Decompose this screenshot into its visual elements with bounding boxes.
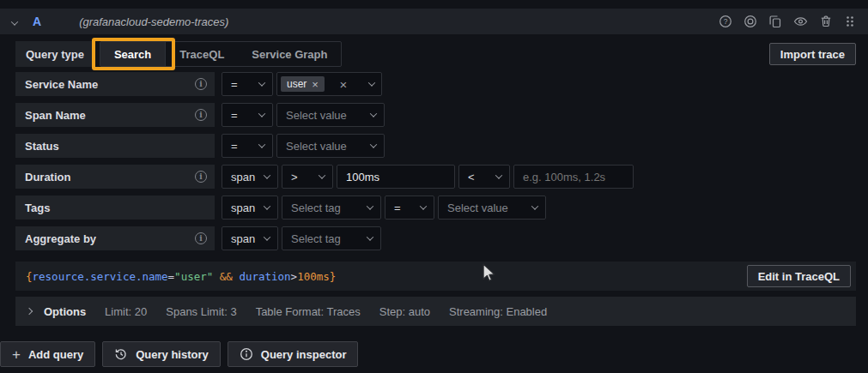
duration-lt-operator-select[interactable]: <: [458, 165, 510, 189]
duration-scope-select[interactable]: span: [222, 165, 278, 189]
status-operator-select[interactable]: =: [222, 134, 273, 158]
span-name-info-icon[interactable]: [195, 109, 207, 121]
tags-label: Tags: [25, 202, 50, 214]
option-streaming: Streaming: Enabled: [449, 305, 547, 318]
duration-max-input[interactable]: [513, 165, 634, 189]
search-filters: Service Name = user Span Name: [15, 72, 856, 257]
clear-all-icon[interactable]: [340, 78, 348, 91]
status-label: Status: [25, 140, 59, 153]
chevron-down-icon: [258, 79, 265, 86]
chevron-down-icon: [367, 202, 373, 209]
filter-row-span-name: Span Name = Select value: [15, 103, 856, 127]
query-footer-actions: Add query Query history Query inspecto: [0, 341, 358, 367]
option-spans-limit: Spans Limit: 3: [166, 305, 236, 318]
options-toggle[interactable]: Options: [27, 305, 86, 318]
remove-query-trash-icon[interactable]: [819, 15, 833, 28]
traceql-preview-bar: {resource.service.name="user" && duratio…: [15, 262, 856, 291]
service-name-label: Service Name: [25, 78, 98, 91]
filter-row-service-name: Service Name = user: [15, 72, 856, 96]
chevron-down-icon: [258, 110, 265, 117]
help-icon[interactable]: ?: [719, 15, 732, 28]
service-name-operator-select[interactable]: =: [222, 72, 273, 96]
info-circle-icon: [240, 347, 253, 361]
aggregate-by-label: Aggregate by: [25, 232, 96, 245]
tags-value-select[interactable]: Select value: [438, 196, 546, 220]
filter-row-aggregate-by: Aggregate by span Select tag: [15, 226, 856, 250]
query-ref-id: A: [33, 15, 41, 28]
aggregate-by-tag-select[interactable]: Select tag: [282, 226, 381, 250]
aggregate-by-scope-select[interactable]: span: [222, 226, 278, 250]
duration-min-input[interactable]: [337, 165, 455, 189]
chevron-down-icon: [264, 233, 270, 240]
option-step: Step: auto: [379, 305, 430, 318]
tab-traceql[interactable]: TraceQL: [166, 42, 238, 66]
chevron-down-icon: [368, 79, 375, 86]
chevron-down-icon: [258, 141, 265, 147]
disable-query-icon[interactable]: [744, 15, 757, 28]
span-name-label: Span Name: [25, 109, 86, 122]
chevron-down-icon: [367, 233, 373, 240]
history-icon: [114, 347, 128, 361]
tab-search[interactable]: Search: [100, 42, 166, 66]
service-name-info-icon[interactable]: [195, 78, 207, 90]
filter-row-duration: Duration span > <: [15, 165, 856, 189]
option-limit: Limit: 20: [105, 305, 147, 318]
chevron-down-icon: [495, 171, 502, 178]
duplicate-query-icon[interactable]: [768, 15, 782, 28]
filter-row-tags: Tags span Select tag = Select value: [15, 196, 856, 220]
trace-query-editor: A (grafanacloud-sedemo-traces) ?: [0, 0, 868, 373]
chevron-down-icon: [370, 110, 377, 117]
option-table-format: Table Format: Traces: [256, 305, 361, 318]
span-name-value-select[interactable]: Select value: [276, 103, 385, 127]
query-inspector-button[interactable]: Query inspector: [228, 341, 359, 367]
query-row-header[interactable]: A (grafanacloud-sedemo-traces) ?: [0, 9, 868, 34]
drag-handle-icon[interactable]: [844, 15, 856, 28]
chevron-down-icon: [370, 141, 377, 147]
filter-row-status: Status = Select value: [15, 134, 856, 158]
span-name-operator-select[interactable]: =: [222, 103, 273, 127]
query-header-actions: ?: [719, 15, 856, 28]
duration-label: Duration: [25, 171, 70, 183]
chevron-down-icon: [531, 202, 538, 209]
options-bar: Options Limit: 20 Spans Limit: 3 Table F…: [15, 297, 856, 326]
traceql-query-preview: {resource.service.name="user" && duratio…: [26, 270, 336, 283]
remove-value-icon[interactable]: [312, 79, 319, 90]
chevron-down-icon: [319, 171, 325, 178]
status-value-select[interactable]: Select value: [276, 134, 385, 158]
svg-text:?: ?: [724, 17, 728, 26]
chevron-right-icon: [26, 308, 33, 315]
query-type-radio-group: Search TraceQL Service Graph: [100, 41, 343, 67]
tab-service-graph[interactable]: Service Graph: [238, 42, 341, 66]
collapse-chevron-icon[interactable]: [12, 15, 17, 28]
add-query-button[interactable]: Add query: [0, 341, 95, 367]
datasource-name: (grafanacloud-sedemo-traces): [79, 15, 228, 28]
query-type-row: Query type Search TraceQL Service Graph …: [15, 41, 856, 67]
chevron-down-icon: [420, 202, 427, 209]
plus-icon: [12, 347, 21, 362]
aggregate-by-info-icon[interactable]: [195, 232, 207, 244]
selected-value-pill: user: [281, 76, 325, 92]
import-trace-button[interactable]: Import trace: [769, 43, 856, 65]
hide-response-eye-icon[interactable]: [793, 15, 808, 28]
tags-operator-select[interactable]: =: [385, 196, 434, 220]
service-name-value-select[interactable]: user: [276, 72, 382, 96]
chevron-down-icon: [264, 202, 270, 209]
edit-in-traceql-button[interactable]: Edit in TraceQL: [747, 265, 851, 287]
duration-gt-operator-select[interactable]: >: [282, 165, 333, 189]
tags-scope-select[interactable]: span: [222, 196, 278, 220]
query-history-button[interactable]: Query history: [102, 341, 221, 367]
chevron-down-icon: [264, 171, 270, 178]
query-type-label: Query type: [15, 41, 94, 67]
duration-info-icon[interactable]: [195, 171, 207, 183]
tags-tag-select[interactable]: Select tag: [282, 196, 381, 220]
